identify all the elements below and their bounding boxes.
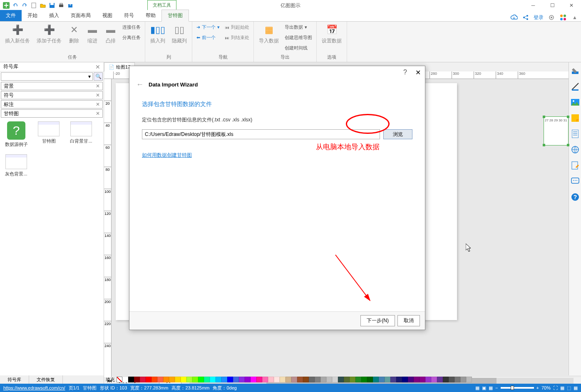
color-swatch[interactable] [454,377,460,382]
globe-tool-icon[interactable] [570,145,580,155]
color-swatch[interactable] [280,377,286,382]
tab-help[interactable]: 帮助 [140,10,161,21]
color-swatch[interactable] [134,377,140,382]
color-swatch[interactable] [350,377,355,382]
thumb-white-bg-gantt[interactable]: 白背景甘... [68,121,94,148]
edit-tool-icon[interactable] [570,160,580,170]
color-swatch[interactable] [338,377,344,382]
file-path-input[interactable] [142,129,380,139]
tab-view[interactable]: 视图 [97,10,118,21]
export-icon[interactable] [67,2,74,9]
dialog-close-icon[interactable]: ✕ [415,69,421,76]
color-swatch[interactable] [414,377,420,382]
color-swatch[interactable] [239,377,245,382]
minimize-button[interactable]: ─ [524,0,543,11]
color-swatch[interactable] [437,377,443,382]
tab-start[interactable]: 开始 [22,10,43,21]
settings-icon[interactable] [548,14,555,21]
indent-button[interactable]: ▬缩进 [85,23,100,45]
color-swatch[interactable] [396,377,402,382]
color-swatch[interactable] [297,377,303,382]
color-swatch[interactable] [117,377,122,382]
insert-column-button[interactable]: ▮▯▯插入列 [149,23,167,45]
insert-new-task-button[interactable]: ➕插入新任务 [3,23,32,45]
next-button[interactable]: ➜ 下一个 ▾ [196,23,221,31]
category-callout[interactable]: 标注✕ [1,100,103,108]
color-swatch[interactable] [367,377,373,382]
bottom-tab-symlib[interactable]: 符号库 [0,375,29,385]
set-data-button[interactable]: 📅设置数据 [320,23,343,45]
tab-symbol[interactable]: 符号 [118,10,140,21]
color-swatch[interactable] [274,377,280,382]
color-swatch[interactable] [198,377,204,382]
color-swatch[interactable] [157,377,163,382]
zoom-slider[interactable] [501,387,534,389]
thumb-gantt[interactable]: 甘特图 [36,121,62,148]
color-swatch[interactable] [128,377,134,382]
browse-button[interactable]: 浏览 [383,129,412,139]
fit-icon[interactable]: ⬚ [567,385,571,391]
save-icon[interactable] [48,2,56,9]
color-swatch[interactable] [379,377,385,382]
login-link[interactable]: 登录 [534,14,544,21]
view-mode-icon[interactable]: ▦ [489,385,493,391]
add-sub-task-button[interactable]: ➕添加子任务 [35,23,63,45]
color-swatch[interactable] [309,377,315,382]
multi-icon[interactable] [559,14,567,21]
color-swatch[interactable] [303,377,309,382]
color-swatch[interactable] [326,377,332,382]
maximize-button[interactable]: ☐ [543,0,562,11]
color-swatch[interactable] [181,377,186,382]
tab-page-layout[interactable]: 页面布局 [65,10,97,21]
fill-tool-icon[interactable] [570,66,580,76]
color-swatch[interactable] [169,377,175,382]
color-swatch[interactable] [425,377,431,382]
color-swatch[interactable] [420,377,425,382]
cancel-button[interactable]: 取消 [397,315,420,326]
color-swatch[interactable] [460,377,466,382]
color-swatch[interactable] [361,377,367,382]
share-icon[interactable] [522,14,529,21]
color-swatch[interactable] [192,377,198,382]
color-swatch[interactable] [449,377,454,382]
app-logo-icon[interactable] [2,2,10,9]
category-gantt[interactable]: 甘特图✕ [1,109,103,118]
color-swatch[interactable] [210,377,216,382]
help-tool-icon[interactable]: ? [570,192,580,202]
color-swatch[interactable] [320,377,326,382]
color-swatch[interactable] [332,377,338,382]
export-data-button[interactable]: 导出数据 ▾ [284,23,313,31]
page-tool-icon[interactable] [570,129,580,139]
color-swatch[interactable] [431,377,437,382]
color-swatch[interactable] [315,377,320,382]
dialog-back-icon[interactable]: ← [136,80,144,89]
color-swatch[interactable] [163,377,169,382]
color-swatch[interactable] [140,377,146,382]
search-icon[interactable]: 🔍 [94,72,103,81]
import-data-button[interactable]: ▦导入数据 [257,23,281,45]
link-tasks-button[interactable]: 连接任务 [122,23,142,31]
chat-tool-icon[interactable] [570,176,580,186]
tab-file[interactable]: 文件 [0,10,22,21]
new-icon[interactable] [30,2,37,9]
line-tool-icon[interactable] [570,81,580,91]
color-swatch[interactable] [344,377,350,382]
color-swatch[interactable] [227,377,233,382]
create-mindmap-button[interactable]: 创建思维导图 [284,34,313,42]
color-swatch[interactable] [216,377,221,382]
panel-close-icon[interactable]: ✕ [95,64,100,70]
category-background[interactable]: 背景✕ [1,82,103,90]
color-swatch[interactable] [443,377,449,382]
color-swatch[interactable] [373,377,379,382]
zoom-in-icon[interactable]: + [536,385,539,390]
view-mode-icon[interactable]: ▣ [482,385,486,391]
color-swatch[interactable] [385,377,390,382]
color-swatch[interactable] [151,377,157,382]
redo-icon[interactable] [21,2,28,9]
color-swatch[interactable] [268,377,274,382]
print-icon[interactable] [57,2,65,9]
color-swatch[interactable] [408,377,414,382]
prev-button[interactable]: ⬅ 前一个 [196,34,221,42]
category-symbol[interactable]: 符号✕ [1,91,103,99]
open-icon[interactable] [39,2,47,9]
